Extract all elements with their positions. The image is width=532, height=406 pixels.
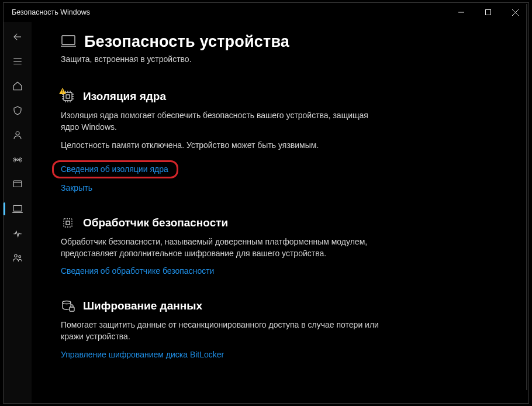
- svg-rect-33: [66, 221, 70, 225]
- svg-point-8: [16, 132, 19, 135]
- core-isolation-close-link[interactable]: Закрыть: [61, 183, 388, 192]
- data-encryption-heading: Шифрование данных: [83, 300, 202, 312]
- nav-family-options[interactable]: [4, 246, 32, 270]
- nav-home[interactable]: [4, 74, 32, 98]
- svg-rect-12: [13, 205, 21, 211]
- nav-firewall[interactable]: [4, 147, 32, 172]
- warning-badge-icon: [59, 88, 66, 94]
- nav-device-performance[interactable]: [4, 221, 32, 246]
- svg-point-15: [18, 256, 20, 258]
- nav-rail: [4, 22, 32, 403]
- back-button[interactable]: [4, 25, 32, 49]
- nav-device-security[interactable]: [4, 197, 32, 221]
- window-controls: [448, 3, 528, 22]
- section-security-processor: Обработчик безопасности Обработчик безоп…: [61, 216, 388, 276]
- nav-app-browser-control[interactable]: [4, 172, 32, 197]
- data-encryption-manage-link[interactable]: Управление шифрованием диска BitLocker: [61, 350, 388, 359]
- app-title: Безопасность Windows: [12, 8, 90, 16]
- core-isolation-details-link[interactable]: Сведения об изоляции ядра: [52, 160, 178, 178]
- hamburger-button[interactable]: [4, 49, 32, 74]
- security-processor-description: Обработчик безопасности, называемый дове…: [61, 236, 388, 260]
- core-isolation-heading: Изоляция ядра: [83, 90, 166, 103]
- page-header: Безопасность устройства: [61, 33, 511, 51]
- page-title: Безопасность устройства: [84, 33, 289, 51]
- nav-virus-protection[interactable]: [4, 98, 32, 123]
- data-encryption-description: Помогает защитить данные от несанкционир…: [61, 319, 388, 343]
- svg-rect-16: [62, 36, 75, 44]
- svg-point-9: [16, 159, 18, 161]
- svg-rect-1: [486, 10, 491, 15]
- content-area: Безопасность устройства Защита, встроенн…: [32, 22, 528, 403]
- security-processor-icon: [61, 216, 75, 230]
- security-processor-details-link[interactable]: Сведения об обработчике безопасности: [61, 266, 388, 276]
- titlebar: Безопасность Windows: [4, 3, 528, 22]
- core-isolation-icon: [61, 90, 75, 104]
- svg-rect-35: [70, 307, 74, 311]
- app-window: Безопасность Windows: [3, 2, 529, 404]
- svg-point-14: [14, 254, 17, 257]
- svg-point-34: [63, 301, 71, 304]
- scrollbar[interactable]: [526, 4, 527, 390]
- core-isolation-warning: Целостность памяти отключена. Устройство…: [61, 140, 388, 150]
- nav-account-protection[interactable]: [4, 123, 32, 147]
- minimize-button[interactable]: [448, 3, 475, 22]
- svg-rect-19: [66, 95, 70, 98]
- core-isolation-description: Изоляция ядра помогает обеспечить безопа…: [61, 109, 388, 133]
- data-encryption-icon: [61, 299, 75, 313]
- section-data-encryption: Шифрование данных Помогает защитить данн…: [61, 299, 388, 359]
- page-subtitle: Защита, встроенная в устройство.: [61, 54, 511, 64]
- security-processor-heading: Обработчик безопасности: [83, 216, 228, 229]
- close-button[interactable]: [502, 3, 528, 22]
- svg-rect-10: [13, 181, 22, 187]
- section-core-isolation: Изоляция ядра Изоляция ядра помогает обе…: [61, 90, 388, 192]
- device-security-icon: [61, 35, 76, 50]
- maximize-button[interactable]: [475, 3, 502, 22]
